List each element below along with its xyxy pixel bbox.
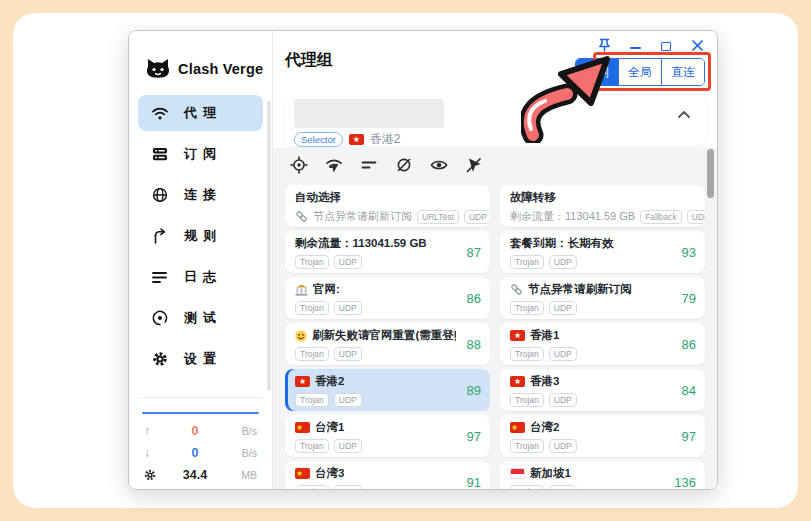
maximize-icon[interactable] [659,38,673,52]
protocol-badge: UDP [549,485,577,489]
proxy-item[interactable]: 自动选择 节点异常请刷新订阅URLTestUDP [285,185,490,227]
proxy-name: 刷新失败请官网重置(需重登账号) [312,328,456,343]
protocol-badge: Trojan [295,347,329,361]
proxy-item[interactable]: ★香港1 TrojanUDP 86 [500,323,705,365]
protocol-badge: Trojan [510,393,544,407]
memory-stat[interactable]: 34.4 MB [144,467,257,482]
sidebar-item-proxies[interactable]: 代理 [138,95,263,131]
proxy-item[interactable]: ★香港2 TrojanUDP 89 [285,369,490,411]
sidebar-item-logs[interactable]: 日志 [138,259,263,295]
smiley-icon [295,330,307,342]
proxy-name: 新加坡1 [530,466,571,481]
protocol-badge: Trojan [295,485,329,489]
proxy-name: 节点异常请刷新订阅 [528,282,632,297]
proxy-name: 香港1 [530,328,559,343]
protocol-badge: Trojan [295,393,329,407]
proxy-name: 剩余流量：113041.59 GB [295,236,427,251]
main-scrollbar[interactable] [707,149,714,198]
memory-unit: MB [231,469,257,481]
traffic-panel: ↑ 0 B/s ↓ 0 B/s 34.4 MB [129,397,272,489]
minimize-icon[interactable] [628,38,642,52]
sidebar-item-label: 连接 [184,186,222,204]
profiles-icon [151,146,168,163]
latency-value: 84 [682,383,696,398]
sidebar-item-rules[interactable]: 规则 [138,218,263,254]
cat-logo-icon [145,57,171,81]
download-stat: ↓ 0 B/s [144,445,257,460]
sidebar-item-label: 设置 [184,350,222,368]
traffic-sparkline [142,412,259,414]
hk-flag-icon: ★ [295,376,310,387]
proxy-item[interactable]: 套餐到期：长期有效 TrojanUDP 93 [500,231,705,273]
latency-value: 97 [467,429,481,444]
sidebar-item-settings[interactable]: 设置 [138,341,263,377]
eye-icon[interactable] [429,155,449,175]
proxy-item[interactable]: ★台湾1 TrojanUDP 97 [285,415,490,457]
proxy-name: 香港2 [315,374,344,389]
proxy-item[interactable]: 刷新失败请官网重置(需重登账号) TrojanUDP 88 [285,323,490,365]
proxy-name: 台湾3 [315,466,344,481]
proxy-name: 台湾1 [315,420,344,435]
sidebar-scrollbar[interactable] [267,101,271,391]
cn-flag-icon: ★ [295,468,310,479]
censored-group-name [294,99,444,128]
proxy-item[interactable]: 新加坡1 TrojanUDP 136 [500,461,705,489]
latency-value: 86 [467,291,481,306]
delay-test-icon[interactable] [324,155,344,175]
protocol-badge: Trojan [510,439,544,453]
filter-off-icon[interactable] [464,155,484,175]
close-icon[interactable] [690,38,704,52]
proxy-name: 台湾2 [530,420,559,435]
sidebar-item-test[interactable]: 测试 [138,300,263,336]
protocol-badge: Trojan [510,485,544,489]
proxy-item[interactable]: ★台湾2 TrojanUDP 97 [500,415,705,457]
proxy-subtitle: 剩余流量：113041.59 GB [510,209,635,224]
proxy-item[interactable]: 剩余流量：113041.59 GB TrojanUDP 87 [285,231,490,273]
protocol-badge: UDP [334,301,362,315]
sidebar: Clash Verge 代理 订阅 连接 [129,31,273,489]
group-current-node: 香港2 [370,131,401,148]
group-card-strip: Selector ★ 香港2 [273,89,717,148]
download-unit: B/s [231,447,257,459]
group-meta: Selector ★ 香港2 [294,131,696,148]
sidebar-item-profiles[interactable]: 订阅 [138,136,263,172]
locate-icon[interactable] [289,155,309,175]
wifi-icon [151,105,168,122]
selector-type-badge: Selector [294,132,343,147]
protocol-badge: Trojan [510,347,544,361]
latency-value: 88 [467,337,481,352]
hk-flag-icon: ★ [349,134,364,145]
cn-flag-icon: ★ [510,422,525,433]
label-off-icon[interactable] [394,155,414,175]
settings-icon [151,351,168,368]
sidebar-item-connections[interactable]: 连接 [138,177,263,213]
chevron-up-icon[interactable] [678,111,690,118]
link-icon [295,210,308,223]
mode-direct-button[interactable]: 直连 [661,59,704,85]
protocol-badge: UDP [687,210,705,224]
logs-icon [151,269,168,286]
proxy-item[interactable]: 官网: TrojanUDP 86 [285,277,490,319]
proxy-group-card[interactable]: Selector ★ 香港2 [284,95,706,146]
protocol-badge: UDP [334,393,362,407]
protocol-badge: UDP [549,439,577,453]
proxy-item[interactable]: 节点异常请刷新订阅 TrojanUDP 79 [500,277,705,319]
protocol-badge: URLTest [417,210,459,224]
mode-global-button[interactable]: 全局 [618,59,661,85]
proxy-item[interactable]: ★香港3 TrojanUDP 84 [500,369,705,411]
latency-value: 91 [467,475,481,490]
proxy-item[interactable]: 故障转移 剩余流量：113041.59 GBFallbackUDP [500,185,705,227]
sidebar-item-label: 测试 [184,309,222,327]
proxy-item[interactable]: ★台湾3 TrojanUDP 91 [285,461,490,489]
protocol-badge: Trojan [295,301,329,315]
sort-icon[interactable] [359,155,379,175]
mode-rule-button[interactable]: 规则 [576,59,618,85]
brand-name: Clash Verge [178,61,263,77]
divider [139,397,262,398]
protocol-badge: Trojan [295,255,329,269]
link-icon [510,283,523,296]
sidebar-item-label: 代理 [184,104,222,122]
pin-icon[interactable] [597,38,611,52]
upload-value: 0 [159,424,231,438]
proxy-name: 官网: [313,282,340,297]
